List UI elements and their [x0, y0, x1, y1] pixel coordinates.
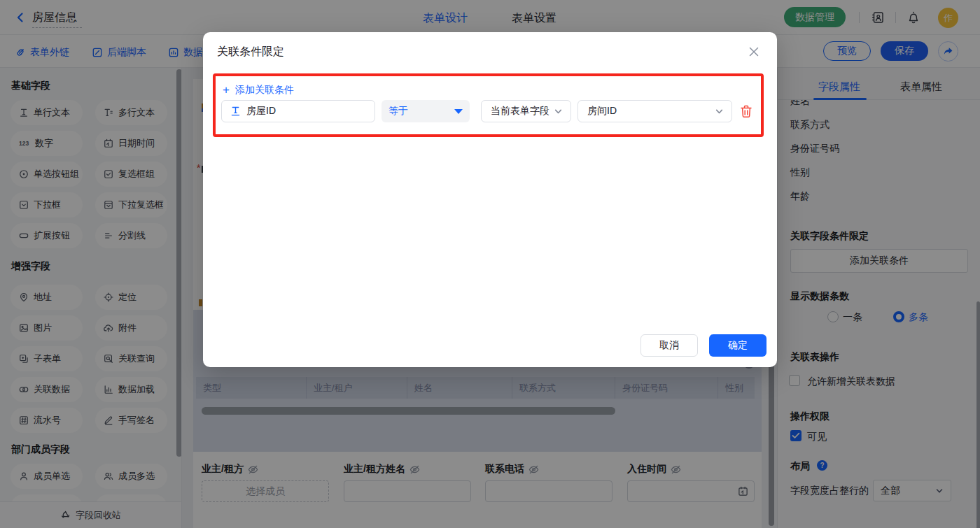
- operator-select[interactable]: 等于: [382, 100, 470, 122]
- condition-field-value: 房屋ID: [246, 105, 276, 117]
- confirm-button[interactable]: 确定: [709, 334, 766, 357]
- plus-icon: +: [223, 85, 230, 95]
- chevron-down-icon: [715, 107, 724, 116]
- caret-down-icon: [454, 109, 463, 114]
- value-select[interactable]: 房间ID: [578, 100, 732, 122]
- modal-title: 关联条件限定: [217, 45, 284, 59]
- close-icon[interactable]: [748, 45, 760, 58]
- operator-value: 等于: [388, 105, 408, 117]
- delete-condition-icon[interactable]: [740, 105, 752, 118]
- source-value: 当前表单字段: [491, 105, 550, 117]
- condition-field-input[interactable]: 房屋ID: [221, 100, 375, 122]
- source-select[interactable]: 当前表单字段: [481, 100, 571, 122]
- text-field-icon: [231, 106, 240, 116]
- value-select-value: 房间ID: [587, 105, 617, 117]
- condition-limit-modal: 关联条件限定 + 添加关联条件 房屋ID 等于 当前表单字段 房间ID 取消 确…: [203, 32, 777, 367]
- chevron-down-icon: [554, 107, 563, 116]
- cancel-button[interactable]: 取消: [640, 334, 698, 357]
- add-condition-link[interactable]: + 添加关联条件: [223, 84, 294, 97]
- add-condition-link-label: 添加关联条件: [235, 84, 294, 97]
